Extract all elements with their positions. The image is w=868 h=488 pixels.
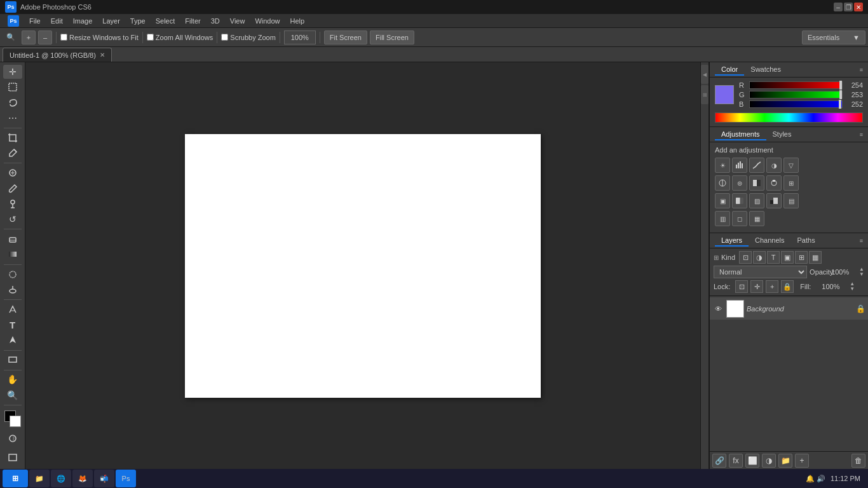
exposure-icon[interactable]: ◑ xyxy=(766,158,782,173)
move-tool[interactable]: ✛ xyxy=(3,65,22,79)
blend-mode-select[interactable]: Normal Multiply Screen Overlay xyxy=(714,266,807,278)
hand-tool[interactable]: ✋ xyxy=(3,372,22,386)
new-layer-button[interactable]: + xyxy=(795,454,809,468)
layer-visibility-icon[interactable]: 👁 xyxy=(712,303,724,315)
filter-adjust-icon[interactable]: ◑ xyxy=(753,251,766,264)
zoom-all-checkbox[interactable] xyxy=(147,34,154,41)
healing-tool[interactable] xyxy=(3,166,22,180)
zoom-out-button[interactable]: – xyxy=(38,30,52,44)
b-slider[interactable] xyxy=(749,100,843,108)
r-slider[interactable] xyxy=(749,81,843,89)
threshold-icon[interactable] xyxy=(766,193,782,208)
black-white-icon[interactable] xyxy=(749,175,764,191)
delete-layer-button[interactable]: 🗑 xyxy=(851,454,865,468)
filter-grid-icon[interactable]: ▦ xyxy=(809,251,822,264)
vignette-icon[interactable]: ◻ xyxy=(732,211,747,226)
fill-down[interactable]: ▼ xyxy=(850,287,855,292)
posterize-icon[interactable]: ▨ xyxy=(749,193,764,208)
start-button[interactable]: ⊞ xyxy=(3,470,28,487)
filter-pixel-icon[interactable]: ⊡ xyxy=(739,251,752,264)
type-tool[interactable]: T xyxy=(3,318,22,332)
g-slider[interactable] xyxy=(749,91,843,98)
grain-icon[interactable]: ▦ xyxy=(749,211,764,226)
taskbar-firefox[interactable]: 🦊 xyxy=(72,470,93,487)
taskbar-photoshop[interactable]: Ps xyxy=(116,470,136,487)
resize-windows-checkbox-group[interactable]: Resize Windows to Fit xyxy=(60,34,139,41)
tab-swatches[interactable]: Swatches xyxy=(744,64,787,76)
scrubby-zoom-checkbox[interactable] xyxy=(221,34,228,41)
b-thumb[interactable] xyxy=(839,100,841,109)
quick-mask-tool[interactable] xyxy=(3,430,22,447)
filter-type-icon[interactable]: T xyxy=(767,251,780,264)
background-color[interactable] xyxy=(10,416,21,427)
fit-screen-button[interactable]: Fit Screen xyxy=(324,30,367,44)
photo-filter-icon[interactable] xyxy=(766,175,782,191)
gradient-map-icon[interactable]: ▤ xyxy=(783,193,799,208)
hue-saturation-icon[interactable] xyxy=(715,175,730,191)
menu-help[interactable]: Help xyxy=(285,16,310,26)
tab-close-button[interactable]: ✕ xyxy=(100,51,105,58)
resize-windows-checkbox[interactable] xyxy=(60,34,67,41)
dodge-tool[interactable] xyxy=(3,283,22,297)
tab-color[interactable]: Color xyxy=(715,64,744,76)
taskbar-folder[interactable]: 📁 xyxy=(29,470,50,487)
canvas-area[interactable] xyxy=(25,62,700,469)
menu-filter[interactable]: Filter xyxy=(180,16,205,26)
layer-mask-button[interactable]: ⬜ xyxy=(745,454,759,468)
history-brush-tool[interactable]: ↺ xyxy=(3,212,22,226)
maximize-button[interactable]: ❐ xyxy=(844,3,853,11)
eraser-tool[interactable] xyxy=(3,232,22,246)
brush-tool[interactable] xyxy=(3,181,22,195)
tab-styles[interactable]: Styles xyxy=(766,129,798,140)
fill-screen-button[interactable]: Fill Screen xyxy=(370,30,414,44)
layer-style-button[interactable]: fx xyxy=(729,454,743,468)
crop-tool[interactable] xyxy=(3,131,22,145)
brush-preset-icon[interactable]: ⊞ xyxy=(701,85,709,104)
channel-mixer-icon[interactable]: ⊞ xyxy=(783,175,799,191)
zoom-all-checkbox-group[interactable]: Zoom All Windows xyxy=(147,34,213,41)
vibrance-icon[interactable]: ▽ xyxy=(783,158,799,173)
lasso-tool[interactable] xyxy=(3,96,22,110)
essentials-dropdown[interactable]: Essentials ▼ xyxy=(802,30,865,44)
minimize-button[interactable]: – xyxy=(834,3,843,11)
scrubby-zoom-checkbox-group[interactable]: Scrubby Zoom xyxy=(221,34,276,41)
lock-pixels-icon[interactable]: ⊡ xyxy=(735,280,748,293)
collapse-top-icon[interactable]: ◀ xyxy=(701,65,709,84)
close-button[interactable]: ✕ xyxy=(854,3,863,11)
tab-adjustments[interactable]: Adjustments xyxy=(715,129,766,140)
menu-layer[interactable]: Layer xyxy=(97,16,125,26)
layer-item-background[interactable]: 👁 Background 🔒 xyxy=(710,297,868,320)
tab-layers[interactable]: Layers xyxy=(715,235,749,247)
lock-position-icon[interactable]: ✛ xyxy=(750,280,763,293)
menu-edit[interactable]: Edit xyxy=(46,16,68,26)
lock-artboard-icon[interactable]: + xyxy=(766,280,778,293)
clone-stamp-tool[interactable] xyxy=(3,197,22,211)
marquee-tool[interactable] xyxy=(3,80,22,94)
lock-all-icon[interactable]: 🔒 xyxy=(781,280,794,293)
blur-tool[interactable] xyxy=(3,267,22,281)
shape-tool[interactable] xyxy=(3,353,22,367)
link-layers-button[interactable]: 🔗 xyxy=(712,454,726,468)
menu-file[interactable]: File xyxy=(24,16,46,26)
path-selection-tool[interactable] xyxy=(3,333,22,347)
filter-smartobj-icon[interactable]: ⊞ xyxy=(795,251,808,264)
menu-window[interactable]: Window xyxy=(250,16,285,26)
tab-paths[interactable]: Paths xyxy=(791,235,822,247)
r-thumb[interactable] xyxy=(839,81,842,90)
magic-wand-tool[interactable]: ⋯ xyxy=(3,111,22,125)
taskbar-browser[interactable]: 🌐 xyxy=(51,470,71,487)
zoom-view-tool[interactable]: 🔍 xyxy=(3,388,22,402)
layers-panel-collapse[interactable]: ≡ xyxy=(860,238,863,244)
adjustment-layer-button[interactable]: ◑ xyxy=(762,454,776,468)
color-balance-icon[interactable]: ⊜ xyxy=(732,175,747,191)
color-swatch[interactable] xyxy=(715,85,734,104)
filter-shape-icon[interactable]: ▣ xyxy=(781,251,794,264)
g-thumb[interactable] xyxy=(839,90,842,99)
menu-select[interactable]: Select xyxy=(151,16,180,26)
opacity-down[interactable]: ▼ xyxy=(859,272,864,277)
menu-type[interactable]: Type xyxy=(125,16,151,26)
screen-mode-button[interactable] xyxy=(3,449,22,466)
adj-panel-collapse[interactable]: ≡ xyxy=(860,132,863,138)
tab-channels[interactable]: Channels xyxy=(749,235,790,247)
color-panel-collapse[interactable]: ≡ xyxy=(860,67,863,73)
